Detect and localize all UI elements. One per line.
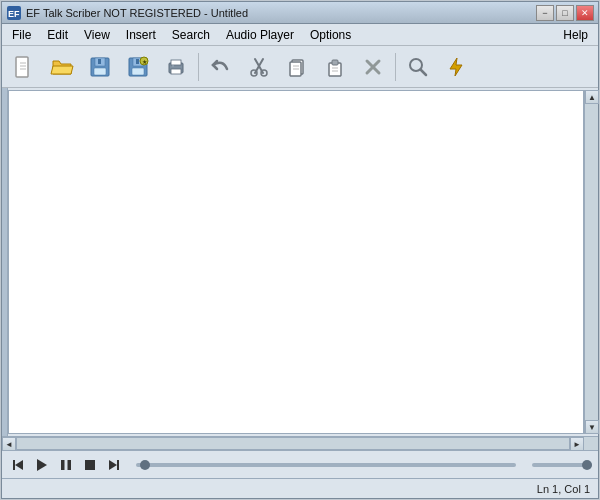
print-icon (164, 55, 188, 79)
delete-button[interactable] (355, 50, 391, 84)
svg-marker-43 (109, 460, 117, 470)
audio-volume-thumb[interactable] (582, 460, 592, 470)
vertical-scrollbar[interactable]: ▲ ▼ (584, 90, 598, 434)
menu-search[interactable]: Search (164, 25, 218, 45)
svg-rect-19 (172, 65, 174, 67)
svg-rect-8 (94, 68, 106, 75)
svg-rect-41 (68, 460, 72, 470)
cut-icon (247, 55, 271, 79)
undo-icon (209, 55, 233, 79)
maximize-button[interactable]: □ (556, 5, 574, 21)
copy-icon (285, 55, 309, 79)
svg-rect-44 (117, 460, 119, 470)
audio-skip-end-button[interactable] (104, 455, 124, 475)
horizontal-scrollbar[interactable]: ◄ ► (2, 436, 598, 450)
audio-progress-thumb[interactable] (140, 460, 150, 470)
print-button[interactable] (158, 50, 194, 84)
svg-marker-36 (450, 58, 462, 76)
menu-insert[interactable]: Insert (118, 25, 164, 45)
editor-area (8, 90, 584, 434)
scroll-up-button[interactable]: ▲ (585, 90, 599, 104)
menu-bar: File Edit View Insert Search Audio Playe… (2, 24, 598, 46)
scroll-track-v[interactable] (585, 104, 598, 420)
svg-rect-37 (13, 460, 15, 470)
svg-text:EF: EF (8, 9, 20, 19)
new-icon (12, 55, 36, 79)
audio-bar (2, 450, 598, 478)
search-icon (406, 55, 430, 79)
save-as-button[interactable]: ★ (120, 50, 156, 84)
svg-rect-12 (132, 68, 144, 75)
scroll-track-h[interactable] (16, 437, 570, 450)
app-icon: EF (6, 5, 22, 21)
audio-progress-track[interactable] (136, 463, 516, 467)
cursor-position: Ln 1, Col 1 (537, 483, 590, 495)
window-controls: − □ ✕ (536, 5, 594, 21)
cut-button[interactable] (241, 50, 277, 84)
audio-pause-button[interactable] (56, 455, 76, 475)
svg-rect-42 (85, 460, 95, 470)
menu-options[interactable]: Options (302, 25, 359, 45)
title-bar: EF EF Talk Scriber NOT REGISTERED - Unti… (2, 2, 598, 24)
skip-start-icon (11, 458, 25, 472)
scroll-left-button[interactable]: ◄ (2, 437, 16, 451)
save-as-icon: ★ (126, 55, 150, 79)
menu-view[interactable]: View (76, 25, 118, 45)
menu-audio-player[interactable]: Audio Player (218, 25, 302, 45)
open-icon (50, 55, 74, 79)
scroll-right-button[interactable]: ► (570, 437, 584, 451)
main-area: ▲ ▼ (2, 88, 598, 436)
delete-icon (361, 55, 385, 79)
svg-line-35 (421, 69, 427, 75)
save-button[interactable] (82, 50, 118, 84)
save-icon (88, 55, 112, 79)
open-button[interactable] (44, 50, 80, 84)
audio-skip-start-button[interactable] (8, 455, 28, 475)
action-button[interactable] (438, 50, 474, 84)
copy-button[interactable] (279, 50, 315, 84)
svg-rect-2 (16, 57, 28, 77)
lightning-icon (444, 55, 468, 79)
close-button[interactable]: ✕ (576, 5, 594, 21)
toolbar: ★ (2, 46, 598, 88)
stop-icon (83, 458, 97, 472)
skip-end-icon (107, 458, 121, 472)
svg-text:★: ★ (142, 59, 147, 65)
status-bar: Ln 1, Col 1 (2, 478, 598, 498)
main-window: EF EF Talk Scriber NOT REGISTERED - Unti… (1, 1, 599, 499)
audio-volume-track[interactable] (532, 463, 592, 467)
play-icon (35, 458, 49, 472)
paste-icon (323, 55, 347, 79)
search-button[interactable] (400, 50, 436, 84)
undo-button[interactable] (203, 50, 239, 84)
svg-rect-18 (171, 69, 181, 74)
svg-rect-9 (98, 59, 101, 64)
new-button[interactable] (6, 50, 42, 84)
window-title: EF Talk Scriber NOT REGISTERED - Untitle… (26, 7, 536, 19)
scroll-corner (584, 437, 598, 451)
svg-marker-39 (37, 459, 47, 471)
svg-marker-38 (15, 460, 23, 470)
audio-stop-button[interactable] (80, 455, 100, 475)
separator-1 (198, 53, 199, 81)
text-editor[interactable] (9, 91, 583, 433)
menu-help[interactable]: Help (555, 25, 596, 45)
svg-rect-17 (171, 60, 181, 65)
audio-play-button[interactable] (32, 455, 52, 475)
pause-icon (59, 458, 73, 472)
svg-rect-40 (61, 460, 65, 470)
menu-edit[interactable]: Edit (39, 25, 76, 45)
minimize-button[interactable]: − (536, 5, 554, 21)
svg-rect-29 (332, 60, 338, 65)
menu-file[interactable]: File (4, 25, 39, 45)
separator-2 (395, 53, 396, 81)
paste-button[interactable] (317, 50, 353, 84)
scroll-down-button[interactable]: ▼ (585, 420, 599, 434)
svg-rect-13 (136, 59, 139, 64)
